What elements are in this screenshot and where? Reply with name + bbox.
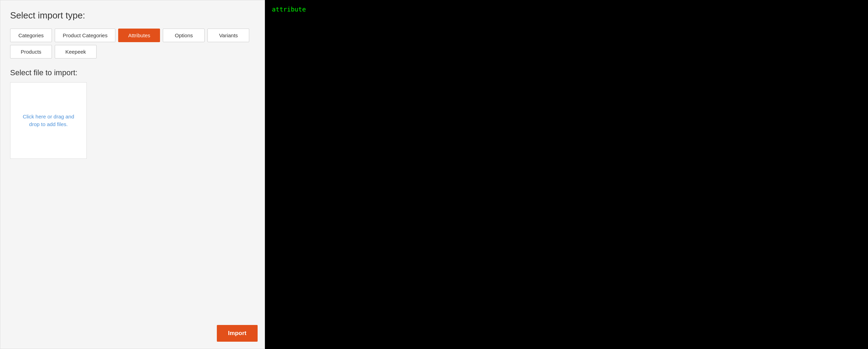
btn-products[interactable]: Products: [10, 45, 52, 59]
btn-attributes[interactable]: Attributes: [118, 29, 160, 42]
btn-variants[interactable]: Variants: [207, 29, 249, 42]
btn-keepeek[interactable]: Keepeek: [55, 45, 97, 59]
btn-options[interactable]: Options: [163, 29, 205, 42]
import-type-buttons: Categories Product Categories Attributes…: [10, 29, 255, 59]
attribute-label: attribute: [272, 6, 306, 13]
left-panel: Select import type: Categories Product C…: [0, 0, 265, 349]
select-file-title: Select file to import:: [10, 68, 255, 77]
file-drop-area[interactable]: Click here or drag and drop to add files…: [10, 82, 87, 159]
btn-categories[interactable]: Categories: [10, 29, 52, 42]
select-type-title: Select import type:: [10, 10, 255, 21]
btn-product-categories[interactable]: Product Categories: [55, 29, 115, 42]
import-button[interactable]: Import: [217, 325, 258, 342]
import-btn-row: Import: [217, 325, 258, 342]
file-drop-text: Click here or drag and drop to add files…: [17, 113, 79, 129]
right-panel: attribute: [265, 0, 868, 349]
